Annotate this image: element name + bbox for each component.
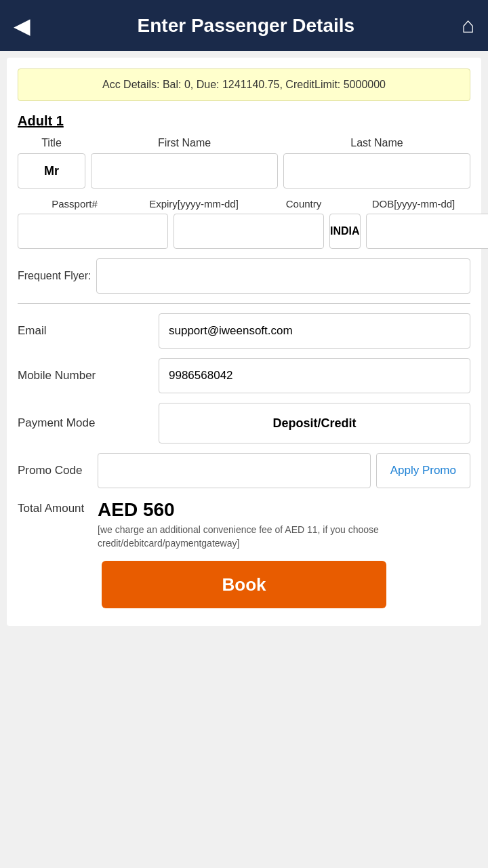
payment-mode-label: Payment Mode (18, 416, 153, 430)
expiry-input[interactable] (174, 214, 324, 249)
first-name-input[interactable] (91, 153, 278, 189)
last-name-input[interactable] (283, 153, 470, 189)
total-amount-row: Total Amount AED 560 [we charge an addit… (18, 499, 470, 550)
book-button[interactable]: Book (102, 561, 386, 608)
total-amount-value: AED 560 (98, 499, 470, 521)
email-label: Email (18, 324, 153, 338)
total-amount-note: [we charge an additional convenience fee… (98, 524, 470, 550)
total-amount-content: AED 560 [we charge an additional conveni… (98, 499, 470, 550)
passport-column-headers: Passport# Expiry[yyyy-mm-dd] Country DOB… (18, 198, 470, 210)
payment-mode-row: Payment Mode Deposit/Credit (18, 403, 470, 443)
country-dropdown[interactable]: INDIA (329, 214, 361, 249)
passport-col-label: Passport# (18, 198, 131, 210)
title-dropdown[interactable]: Mr (18, 153, 85, 189)
payment-mode-dropdown[interactable]: Deposit/Credit (159, 403, 470, 443)
promo-code-row: Promo Code Apply Promo (18, 453, 470, 488)
total-amount-label: Total Amount (18, 499, 92, 515)
mobile-input[interactable] (159, 358, 470, 393)
mobile-row: Mobile Number (18, 358, 470, 393)
name-row: Mr (18, 153, 470, 189)
dob-col-label: DOB[yyyy-mm-dd] (357, 198, 470, 210)
name-column-headers: Title First Name Last Name (18, 137, 470, 149)
promo-code-label: Promo Code (18, 463, 92, 478)
main-content: Acc Details: Bal: 0, Due: 1241140.75, Cr… (7, 58, 481, 626)
expiry-col-label: Expiry[yyyy-mm-dd] (137, 198, 251, 210)
account-banner: Acc Details: Bal: 0, Due: 1241140.75, Cr… (18, 68, 470, 101)
header: ◀ Enter Passenger Details ⌂ (0, 0, 488, 51)
first-name-col-label: First Name (91, 137, 278, 149)
title-value: Mr (44, 164, 59, 178)
country-value: INDIA (330, 225, 360, 237)
page-title: Enter Passenger Details (138, 15, 355, 37)
email-input[interactable] (159, 313, 470, 349)
frequent-flyer-input[interactable] (96, 258, 470, 294)
country-col-label: Country (256, 198, 351, 210)
apply-promo-button[interactable]: Apply Promo (376, 453, 470, 488)
email-row: Email (18, 313, 470, 349)
payment-mode-value: Deposit/Credit (272, 416, 356, 431)
promo-code-input[interactable] (98, 453, 371, 488)
section-title: Adult 1 (18, 113, 470, 129)
home-button[interactable]: ⌂ (462, 13, 474, 38)
mobile-label: Mobile Number (18, 369, 153, 382)
dob-input[interactable] (366, 214, 488, 249)
last-name-col-label: Last Name (283, 137, 470, 149)
section-divider (18, 303, 470, 304)
frequent-flyer-row: Frequent Flyer: (18, 258, 470, 294)
passport-input[interactable] (18, 214, 168, 249)
passport-row: INDIA (18, 214, 470, 249)
title-col-label: Title (18, 137, 85, 149)
frequent-flyer-label: Frequent Flyer: (18, 270, 91, 282)
account-banner-text: Acc Details: Bal: 0, Due: 1241140.75, Cr… (102, 79, 386, 90)
back-button[interactable]: ◀ (14, 13, 30, 39)
